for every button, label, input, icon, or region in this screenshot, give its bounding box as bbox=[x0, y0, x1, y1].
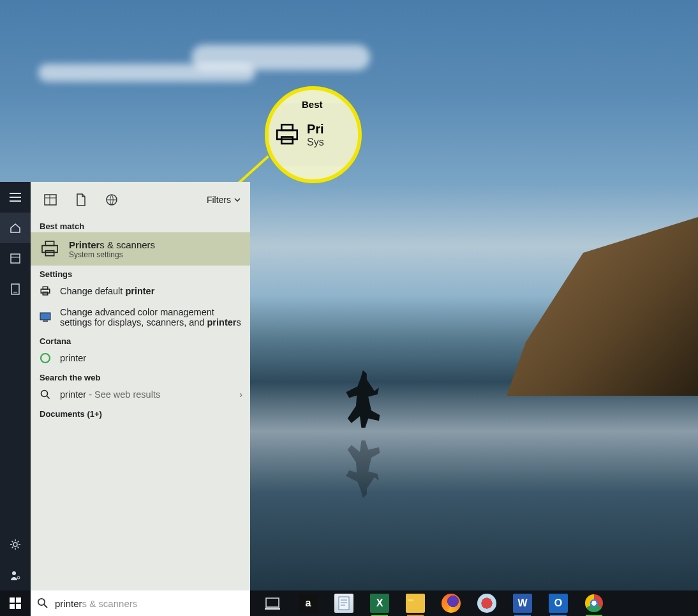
result-change-default-printer[interactable]: Change default printer bbox=[31, 280, 250, 302]
task-view-button[interactable] bbox=[263, 594, 282, 613]
taskbar-app-firefox[interactable] bbox=[442, 594, 461, 613]
result-printers-scanners[interactable]: Printers & scanners System settings bbox=[31, 232, 250, 266]
chrome-icon bbox=[585, 594, 603, 612]
section-best-match: Best match bbox=[31, 218, 250, 232]
svg-rect-21 bbox=[16, 597, 21, 603]
printer-icon bbox=[274, 121, 301, 148]
taskbar: printers & scanners a X W O bbox=[0, 590, 698, 616]
chevron-right-icon: › bbox=[239, 389, 242, 400]
hamburger-icon bbox=[10, 193, 21, 202]
svg-rect-17 bbox=[43, 320, 48, 322]
result-subtitle: System settings bbox=[69, 250, 155, 259]
filters-dropdown[interactable]: Filters bbox=[207, 195, 241, 205]
search-results-panel: Filters Best match Printers & scanners S… bbox=[31, 182, 250, 590]
taskbar-app-amazon[interactable]: a bbox=[299, 594, 318, 613]
callout-sub-fragment: Sys bbox=[307, 137, 324, 148]
svg-rect-26 bbox=[265, 608, 280, 610]
globe-icon bbox=[105, 193, 118, 206]
callout-top-label: Best bbox=[302, 99, 323, 110]
svg-rect-1 bbox=[277, 130, 297, 139]
printer-icon bbox=[40, 239, 60, 259]
svg-point-18 bbox=[41, 354, 50, 363]
rail-documents-button[interactable] bbox=[0, 274, 31, 304]
app-window-icon bbox=[44, 194, 57, 206]
panel-top-bar: Filters bbox=[31, 182, 250, 218]
callout-title-fragment: Pri bbox=[307, 122, 324, 137]
notepad-icon bbox=[338, 596, 350, 610]
rail-account-button[interactable] bbox=[0, 560, 31, 590]
taskbar-app-excel[interactable]: X bbox=[370, 594, 389, 613]
search-placeholder-rest: s & scanners bbox=[82, 598, 138, 609]
result-text: Change default printer bbox=[60, 286, 241, 296]
windows-logo-icon bbox=[10, 597, 21, 609]
svg-point-24 bbox=[38, 599, 45, 605]
search-typed-text: printer bbox=[55, 598, 82, 609]
svg-rect-20 bbox=[10, 597, 15, 603]
result-title: Printers & scanners bbox=[69, 239, 155, 250]
result-color-management[interactable]: Change advanced color management setting… bbox=[31, 302, 250, 333]
section-settings: Settings bbox=[31, 266, 250, 280]
task-view-icon bbox=[265, 597, 280, 610]
taskbar-app-chrome[interactable] bbox=[584, 594, 604, 613]
scope-apps-button[interactable] bbox=[40, 189, 61, 211]
scope-web-button[interactable] bbox=[101, 189, 123, 211]
taskbar-app-file-explorer[interactable] bbox=[406, 594, 425, 613]
start-button[interactable] bbox=[0, 590, 31, 616]
svg-point-5 bbox=[13, 543, 17, 546]
taskbar-app-outlook[interactable]: O bbox=[549, 594, 568, 613]
svg-point-7 bbox=[17, 576, 20, 579]
rail-apps-button[interactable] bbox=[0, 243, 31, 274]
svg-rect-16 bbox=[40, 313, 50, 320]
folder-icon bbox=[407, 597, 424, 610]
rail-menu-button[interactable] bbox=[0, 182, 31, 213]
taskbar-app-spyder[interactable] bbox=[477, 594, 496, 613]
search-icon bbox=[40, 389, 51, 400]
result-text: printer - See web results bbox=[60, 389, 241, 400]
svg-rect-12 bbox=[45, 251, 54, 256]
result-text: Change advanced color management setting… bbox=[60, 307, 241, 327]
svg-rect-2 bbox=[281, 137, 293, 144]
svg-rect-23 bbox=[16, 604, 21, 609]
taskbar-pinned-apps: a X W O bbox=[250, 590, 616, 616]
wallpaper-runner bbox=[345, 370, 383, 428]
printer-small-icon bbox=[40, 285, 51, 297]
result-cortana-printer[interactable]: printer bbox=[31, 347, 250, 369]
amazon-icon: a bbox=[306, 597, 311, 609]
section-cortana: Cortana bbox=[31, 333, 250, 347]
person-icon bbox=[10, 569, 21, 581]
wallpaper-clouds bbox=[0, 26, 698, 102]
svg-rect-8 bbox=[45, 195, 56, 205]
taskbar-search-box[interactable]: printers & scanners bbox=[31, 590, 250, 616]
taskbar-app-notepad[interactable] bbox=[334, 594, 353, 613]
monitor-icon bbox=[40, 312, 51, 323]
search-icon bbox=[37, 597, 48, 609]
cortana-ring-icon bbox=[40, 352, 51, 364]
svg-rect-25 bbox=[266, 598, 279, 607]
svg-rect-10 bbox=[45, 241, 54, 246]
svg-point-6 bbox=[12, 571, 16, 575]
gear-icon bbox=[10, 539, 21, 550]
filters-label: Filters bbox=[207, 195, 231, 205]
chevron-down-icon bbox=[234, 196, 241, 204]
excel-icon: X bbox=[376, 597, 383, 609]
svg-rect-27 bbox=[339, 597, 349, 610]
wallpaper-runner-reflection bbox=[345, 440, 383, 498]
document-icon bbox=[76, 193, 86, 206]
svg-rect-4 bbox=[11, 284, 19, 294]
start-menu-rail bbox=[0, 182, 31, 590]
svg-point-19 bbox=[41, 391, 48, 397]
wallpaper-rock bbox=[507, 217, 698, 396]
document-icon bbox=[11, 283, 20, 295]
result-text: printer bbox=[60, 353, 241, 363]
svg-rect-11 bbox=[42, 246, 57, 253]
section-web: Search the web bbox=[31, 369, 250, 384]
home-icon bbox=[10, 222, 21, 234]
svg-rect-22 bbox=[10, 604, 15, 609]
rail-settings-button[interactable] bbox=[0, 529, 31, 560]
rail-home-button[interactable] bbox=[0, 213, 31, 243]
word-icon: W bbox=[517, 597, 527, 609]
section-documents: Documents (1+) bbox=[31, 405, 250, 420]
scope-documents-button[interactable] bbox=[70, 189, 92, 211]
taskbar-app-word[interactable]: W bbox=[513, 594, 532, 613]
result-web-printer[interactable]: printer - See web results › bbox=[31, 384, 250, 405]
